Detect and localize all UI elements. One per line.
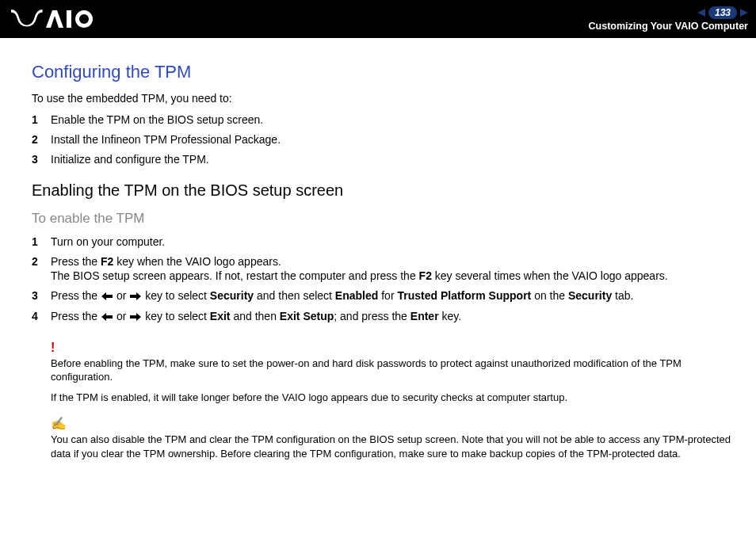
step-text: Press the or key to select Security and …: [51, 288, 633, 304]
exit-setup-label: Exit Setup: [280, 310, 334, 322]
enter-key-label: Enter: [410, 310, 439, 322]
list-item: 1 Turn on your computer.: [32, 235, 731, 250]
exit-label: Exit: [210, 310, 231, 322]
list-item: 3 Press the or key to select Security an…: [32, 288, 731, 304]
svg-rect-1: [67, 10, 71, 28]
header-right: 133 Customizing Your VAIO Computer: [589, 0, 748, 38]
vaio-logo: [11, 0, 98, 38]
arrow-right-icon: [130, 289, 141, 304]
step-text: Initialize and configure the TPM.: [51, 152, 209, 167]
arrow-right-icon: [130, 310, 141, 325]
breadcrumb: Customizing Your VAIO Computer: [589, 21, 748, 32]
intro-text: To use the embedded TPM, you need to:: [32, 92, 731, 105]
page-content: Configuring the TPM To use the embedded …: [0, 38, 756, 487]
key-f2: F2: [419, 269, 432, 282]
subsubheading: To enable the TPM: [32, 211, 731, 227]
list-item: 4 Press the or key to select Exit and th…: [32, 309, 731, 325]
svg-marker-4: [101, 292, 113, 300]
note-text: You can also disable the TPM and clear t…: [51, 433, 731, 460]
svg-marker-2: [697, 9, 705, 17]
page-number: 133: [715, 7, 731, 18]
step-text: Install the Infineon TPM Professional Pa…: [51, 132, 281, 147]
step-number: 4: [32, 309, 51, 324]
warning-block: ! Before enabling the TPM, make sure to …: [51, 339, 731, 404]
step-text: Press the or key to select Exit and then…: [51, 309, 461, 325]
step-number: 3: [32, 152, 51, 167]
note-icon: ✍: [51, 415, 731, 433]
svg-marker-5: [130, 292, 141, 300]
page-number-pill: 133: [708, 6, 737, 19]
key-f2: F2: [101, 255, 113, 268]
step-number: 2: [32, 132, 51, 147]
bios-steps-list: 1 Turn on your computer. 2 Press the F2 …: [32, 235, 731, 325]
next-page-icon[interactable]: [740, 9, 748, 17]
enabled-label: Enabled: [335, 289, 378, 302]
warning-icon: !: [51, 339, 731, 357]
overview-steps-list: 1Enable the TPM on the BIOS setup screen…: [32, 113, 731, 167]
list-item: 2 Press the F2 key when the VAIO logo ap…: [32, 254, 731, 284]
subheading: Enabling the TPM on the BIOS setup scree…: [32, 181, 731, 200]
header-bar: 133 Customizing Your VAIO Computer: [0, 0, 756, 38]
arrow-left-icon: [101, 289, 113, 304]
security-tab-label: Security: [568, 289, 612, 302]
security-label: Security: [210, 289, 254, 302]
note-block: ✍ You can also disable the TPM and clear…: [51, 415, 731, 460]
page-nav: 133: [697, 6, 748, 19]
warning-text-2: If the TPM is enabled, it will take long…: [51, 391, 731, 405]
page-title: Configuring the TPM: [32, 62, 731, 82]
step-number: 3: [32, 288, 51, 303]
svg-marker-0: [46, 10, 63, 28]
svg-marker-3: [740, 9, 748, 17]
step-text: Enable the TPM on the BIOS setup screen.: [51, 113, 263, 128]
prev-page-icon[interactable]: [697, 9, 705, 17]
list-item: 1Enable the TPM on the BIOS setup screen…: [32, 113, 731, 128]
svg-marker-6: [101, 313, 113, 321]
step-number: 1: [32, 235, 51, 250]
step-text: Press the F2 key when the VAIO logo appe…: [51, 254, 668, 284]
tps-label: Trusted Platform Support: [397, 289, 531, 302]
list-item: 2Install the Infineon TPM Professional P…: [32, 132, 731, 147]
step-number: 1: [32, 113, 51, 128]
list-item: 3Initialize and configure the TPM.: [32, 152, 731, 167]
warning-text: Before enabling the TPM, make sure to se…: [51, 357, 682, 383]
step-number: 2: [32, 254, 51, 269]
arrow-left-icon: [101, 310, 113, 325]
svg-marker-7: [130, 313, 141, 321]
step-text: Turn on your computer.: [51, 235, 165, 250]
